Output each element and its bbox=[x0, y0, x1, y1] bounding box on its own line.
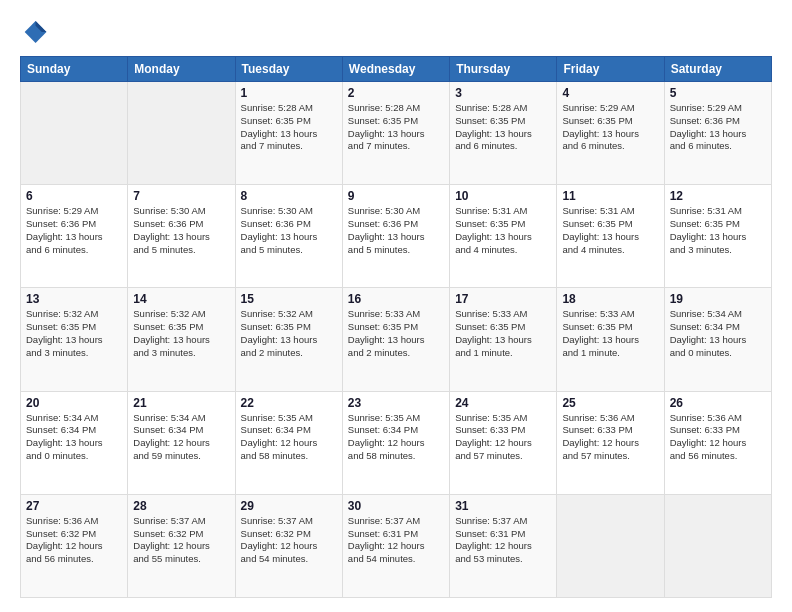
day-number: 21 bbox=[133, 396, 229, 410]
day-number: 30 bbox=[348, 499, 444, 513]
day-number: 2 bbox=[348, 86, 444, 100]
weekday-header-row: SundayMondayTuesdayWednesdayThursdayFrid… bbox=[21, 57, 772, 82]
day-number: 14 bbox=[133, 292, 229, 306]
day-info: Sunrise: 5:34 AM Sunset: 6:34 PM Dayligh… bbox=[670, 308, 766, 359]
day-number: 1 bbox=[241, 86, 337, 100]
calendar-cell: 5Sunrise: 5:29 AM Sunset: 6:36 PM Daylig… bbox=[664, 82, 771, 185]
day-number: 17 bbox=[455, 292, 551, 306]
calendar-cell: 22Sunrise: 5:35 AM Sunset: 6:34 PM Dayli… bbox=[235, 391, 342, 494]
day-number: 31 bbox=[455, 499, 551, 513]
calendar-cell: 27Sunrise: 5:36 AM Sunset: 6:32 PM Dayli… bbox=[21, 494, 128, 597]
calendar-week-3: 20Sunrise: 5:34 AM Sunset: 6:34 PM Dayli… bbox=[21, 391, 772, 494]
day-info: Sunrise: 5:37 AM Sunset: 6:32 PM Dayligh… bbox=[241, 515, 337, 566]
calendar-cell: 24Sunrise: 5:35 AM Sunset: 6:33 PM Dayli… bbox=[450, 391, 557, 494]
calendar-cell: 16Sunrise: 5:33 AM Sunset: 6:35 PM Dayli… bbox=[342, 288, 449, 391]
calendar-cell: 26Sunrise: 5:36 AM Sunset: 6:33 PM Dayli… bbox=[664, 391, 771, 494]
weekday-saturday: Saturday bbox=[664, 57, 771, 82]
day-info: Sunrise: 5:35 AM Sunset: 6:34 PM Dayligh… bbox=[348, 412, 444, 463]
weekday-thursday: Thursday bbox=[450, 57, 557, 82]
calendar-cell: 21Sunrise: 5:34 AM Sunset: 6:34 PM Dayli… bbox=[128, 391, 235, 494]
calendar-cell: 4Sunrise: 5:29 AM Sunset: 6:35 PM Daylig… bbox=[557, 82, 664, 185]
day-number: 5 bbox=[670, 86, 766, 100]
day-info: Sunrise: 5:32 AM Sunset: 6:35 PM Dayligh… bbox=[241, 308, 337, 359]
calendar-cell: 3Sunrise: 5:28 AM Sunset: 6:35 PM Daylig… bbox=[450, 82, 557, 185]
day-number: 24 bbox=[455, 396, 551, 410]
calendar-cell: 30Sunrise: 5:37 AM Sunset: 6:31 PM Dayli… bbox=[342, 494, 449, 597]
day-info: Sunrise: 5:33 AM Sunset: 6:35 PM Dayligh… bbox=[562, 308, 658, 359]
logo bbox=[20, 18, 52, 46]
day-number: 26 bbox=[670, 396, 766, 410]
calendar-cell: 12Sunrise: 5:31 AM Sunset: 6:35 PM Dayli… bbox=[664, 185, 771, 288]
weekday-wednesday: Wednesday bbox=[342, 57, 449, 82]
day-number: 12 bbox=[670, 189, 766, 203]
page: SundayMondayTuesdayWednesdayThursdayFrid… bbox=[0, 0, 792, 612]
calendar-cell: 2Sunrise: 5:28 AM Sunset: 6:35 PM Daylig… bbox=[342, 82, 449, 185]
day-number: 27 bbox=[26, 499, 122, 513]
day-info: Sunrise: 5:34 AM Sunset: 6:34 PM Dayligh… bbox=[26, 412, 122, 463]
day-number: 11 bbox=[562, 189, 658, 203]
calendar-body: 1Sunrise: 5:28 AM Sunset: 6:35 PM Daylig… bbox=[21, 82, 772, 598]
day-number: 20 bbox=[26, 396, 122, 410]
calendar-cell: 13Sunrise: 5:32 AM Sunset: 6:35 PM Dayli… bbox=[21, 288, 128, 391]
day-info: Sunrise: 5:30 AM Sunset: 6:36 PM Dayligh… bbox=[348, 205, 444, 256]
day-number: 9 bbox=[348, 189, 444, 203]
calendar-cell: 18Sunrise: 5:33 AM Sunset: 6:35 PM Dayli… bbox=[557, 288, 664, 391]
day-info: Sunrise: 5:33 AM Sunset: 6:35 PM Dayligh… bbox=[348, 308, 444, 359]
weekday-tuesday: Tuesday bbox=[235, 57, 342, 82]
calendar-cell bbox=[664, 494, 771, 597]
day-info: Sunrise: 5:35 AM Sunset: 6:33 PM Dayligh… bbox=[455, 412, 551, 463]
day-info: Sunrise: 5:31 AM Sunset: 6:35 PM Dayligh… bbox=[670, 205, 766, 256]
day-info: Sunrise: 5:32 AM Sunset: 6:35 PM Dayligh… bbox=[133, 308, 229, 359]
day-number: 6 bbox=[26, 189, 122, 203]
calendar-cell: 6Sunrise: 5:29 AM Sunset: 6:36 PM Daylig… bbox=[21, 185, 128, 288]
calendar-cell: 19Sunrise: 5:34 AM Sunset: 6:34 PM Dayli… bbox=[664, 288, 771, 391]
day-info: Sunrise: 5:28 AM Sunset: 6:35 PM Dayligh… bbox=[348, 102, 444, 153]
calendar-cell: 23Sunrise: 5:35 AM Sunset: 6:34 PM Dayli… bbox=[342, 391, 449, 494]
day-info: Sunrise: 5:37 AM Sunset: 6:31 PM Dayligh… bbox=[455, 515, 551, 566]
day-info: Sunrise: 5:28 AM Sunset: 6:35 PM Dayligh… bbox=[455, 102, 551, 153]
day-info: Sunrise: 5:33 AM Sunset: 6:35 PM Dayligh… bbox=[455, 308, 551, 359]
calendar-cell: 8Sunrise: 5:30 AM Sunset: 6:36 PM Daylig… bbox=[235, 185, 342, 288]
day-info: Sunrise: 5:37 AM Sunset: 6:32 PM Dayligh… bbox=[133, 515, 229, 566]
day-number: 4 bbox=[562, 86, 658, 100]
day-info: Sunrise: 5:36 AM Sunset: 6:33 PM Dayligh… bbox=[670, 412, 766, 463]
day-number: 7 bbox=[133, 189, 229, 203]
calendar-table: SundayMondayTuesdayWednesdayThursdayFrid… bbox=[20, 56, 772, 598]
day-number: 19 bbox=[670, 292, 766, 306]
calendar-cell: 17Sunrise: 5:33 AM Sunset: 6:35 PM Dayli… bbox=[450, 288, 557, 391]
day-info: Sunrise: 5:29 AM Sunset: 6:36 PM Dayligh… bbox=[26, 205, 122, 256]
day-number: 16 bbox=[348, 292, 444, 306]
calendar-cell: 14Sunrise: 5:32 AM Sunset: 6:35 PM Dayli… bbox=[128, 288, 235, 391]
calendar-cell: 29Sunrise: 5:37 AM Sunset: 6:32 PM Dayli… bbox=[235, 494, 342, 597]
calendar-cell: 28Sunrise: 5:37 AM Sunset: 6:32 PM Dayli… bbox=[128, 494, 235, 597]
day-info: Sunrise: 5:35 AM Sunset: 6:34 PM Dayligh… bbox=[241, 412, 337, 463]
calendar-cell: 20Sunrise: 5:34 AM Sunset: 6:34 PM Dayli… bbox=[21, 391, 128, 494]
day-info: Sunrise: 5:29 AM Sunset: 6:35 PM Dayligh… bbox=[562, 102, 658, 153]
day-number: 25 bbox=[562, 396, 658, 410]
weekday-sunday: Sunday bbox=[21, 57, 128, 82]
day-number: 18 bbox=[562, 292, 658, 306]
calendar-header: SundayMondayTuesdayWednesdayThursdayFrid… bbox=[21, 57, 772, 82]
day-info: Sunrise: 5:32 AM Sunset: 6:35 PM Dayligh… bbox=[26, 308, 122, 359]
day-info: Sunrise: 5:31 AM Sunset: 6:35 PM Dayligh… bbox=[562, 205, 658, 256]
calendar-cell: 25Sunrise: 5:36 AM Sunset: 6:33 PM Dayli… bbox=[557, 391, 664, 494]
day-number: 15 bbox=[241, 292, 337, 306]
weekday-monday: Monday bbox=[128, 57, 235, 82]
weekday-friday: Friday bbox=[557, 57, 664, 82]
day-info: Sunrise: 5:30 AM Sunset: 6:36 PM Dayligh… bbox=[241, 205, 337, 256]
day-info: Sunrise: 5:36 AM Sunset: 6:33 PM Dayligh… bbox=[562, 412, 658, 463]
calendar-cell bbox=[128, 82, 235, 185]
calendar-cell: 9Sunrise: 5:30 AM Sunset: 6:36 PM Daylig… bbox=[342, 185, 449, 288]
day-number: 8 bbox=[241, 189, 337, 203]
calendar-cell: 11Sunrise: 5:31 AM Sunset: 6:35 PM Dayli… bbox=[557, 185, 664, 288]
day-info: Sunrise: 5:36 AM Sunset: 6:32 PM Dayligh… bbox=[26, 515, 122, 566]
day-info: Sunrise: 5:34 AM Sunset: 6:34 PM Dayligh… bbox=[133, 412, 229, 463]
calendar-cell: 1Sunrise: 5:28 AM Sunset: 6:35 PM Daylig… bbox=[235, 82, 342, 185]
calendar-week-2: 13Sunrise: 5:32 AM Sunset: 6:35 PM Dayli… bbox=[21, 288, 772, 391]
day-info: Sunrise: 5:37 AM Sunset: 6:31 PM Dayligh… bbox=[348, 515, 444, 566]
day-number: 22 bbox=[241, 396, 337, 410]
day-number: 23 bbox=[348, 396, 444, 410]
day-number: 10 bbox=[455, 189, 551, 203]
calendar-week-1: 6Sunrise: 5:29 AM Sunset: 6:36 PM Daylig… bbox=[21, 185, 772, 288]
day-info: Sunrise: 5:28 AM Sunset: 6:35 PM Dayligh… bbox=[241, 102, 337, 153]
